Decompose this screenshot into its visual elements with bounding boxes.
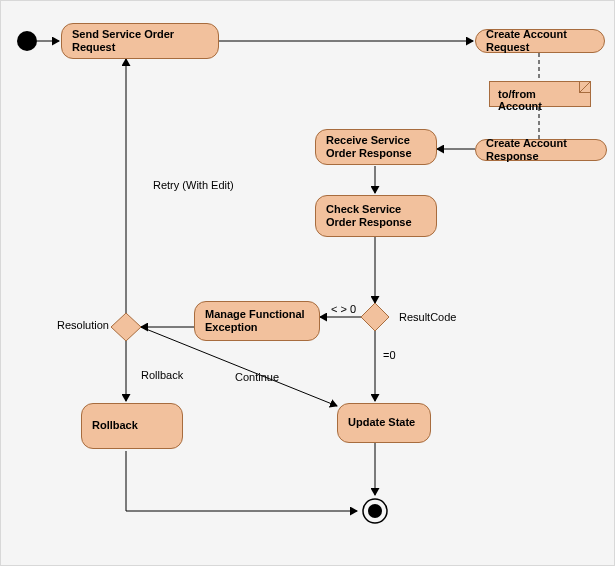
activity-update-state: Update State [337, 403, 431, 443]
activity-receive-response: Receive Service Order Response [315, 129, 437, 165]
activity-send-service-order: Send Service Order Request [61, 23, 219, 59]
label-retry: Retry (With Edit) [153, 179, 234, 191]
initial-node [17, 31, 37, 51]
label-eq0: =0 [383, 349, 396, 361]
label-neq0: < > 0 [331, 303, 356, 315]
decision-resolution [111, 313, 141, 341]
note-to-from-account: to/from Account [489, 81, 591, 107]
label-rollback: Rollback [141, 369, 183, 381]
activity-create-account-response: Create Account Response [475, 139, 607, 161]
activity-create-account-request: Create Account Request [475, 29, 605, 53]
decision-resultcode [361, 303, 389, 331]
label-resultcode: ResultCode [399, 311, 456, 323]
activity-rollback: Rollback [81, 403, 183, 449]
label-resolution: Resolution [57, 319, 109, 331]
final-node [368, 504, 382, 518]
activity-check-response: Check Service Order Response [315, 195, 437, 237]
activity-manage-exception: Manage Functional Exception [194, 301, 320, 341]
label-continue: Continue [235, 371, 279, 383]
